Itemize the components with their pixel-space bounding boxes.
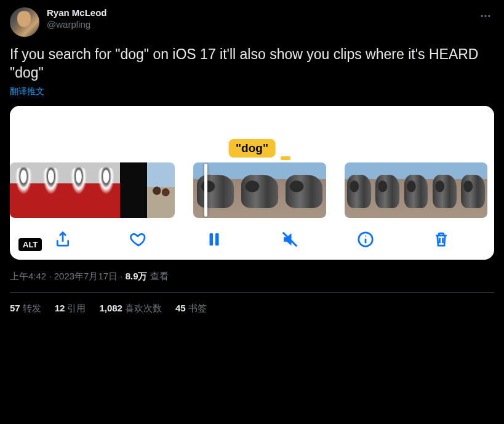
- media-toolbar: [10, 218, 494, 254]
- clip-frame: [38, 162, 65, 218]
- clip-frame: [345, 162, 373, 218]
- views-label: 查看: [150, 271, 169, 281]
- clip-frame: [373, 162, 401, 218]
- post-date[interactable]: 2023年7月17日: [54, 271, 118, 281]
- bookmarks-stat[interactable]: 45书签: [175, 303, 207, 314]
- share-icon[interactable]: [52, 229, 73, 250]
- timeline-marker: [281, 156, 290, 160]
- svg-point-8: [365, 235, 366, 236]
- clip-frame: [459, 162, 487, 218]
- display-name[interactable]: Ryan McLeod: [47, 7, 107, 19]
- clip-frame: [10, 162, 38, 218]
- clip-frame: [430, 162, 458, 218]
- info-icon[interactable]: [355, 229, 376, 250]
- more-button[interactable]: [477, 7, 494, 27]
- svg-point-2: [488, 15, 490, 17]
- clip-frame: [147, 162, 175, 218]
- clip-frame: [238, 162, 282, 218]
- post-time[interactable]: 上午4:42: [10, 271, 46, 281]
- likes-stat[interactable]: 1,082喜欢次数: [99, 303, 162, 314]
- playhead[interactable]: [204, 164, 207, 217]
- pause-icon[interactable]: [204, 229, 225, 250]
- tweet-container: Ryan McLeod @warpling If you search for …: [0, 0, 504, 314]
- views-count[interactable]: 8.9万: [126, 271, 148, 281]
- media-card[interactable]: "dog": [10, 106, 494, 260]
- retweets-stat[interactable]: 57转发: [10, 303, 41, 314]
- clip-frame: [193, 162, 238, 218]
- heart-icon[interactable]: [128, 229, 149, 250]
- svg-rect-4: [215, 233, 219, 246]
- author-block: Ryan McLeod @warpling: [47, 7, 107, 31]
- clip-group-1[interactable]: [10, 162, 175, 218]
- handle[interactable]: @warpling: [47, 19, 107, 31]
- svg-point-1: [484, 15, 486, 17]
- mute-icon[interactable]: [279, 229, 300, 250]
- clip-group-3[interactable]: [345, 162, 487, 218]
- svg-rect-3: [209, 233, 213, 246]
- quotes-stat[interactable]: 12引用: [55, 303, 86, 314]
- clip-group-2[interactable]: [193, 162, 326, 218]
- video-timeline[interactable]: [10, 162, 494, 218]
- clip-frame: [282, 162, 326, 218]
- tweet-text: If you search for "dog" on iOS 17 it'll …: [10, 46, 494, 82]
- media-whitespace: "dog": [10, 106, 494, 162]
- tweet-header: Ryan McLeod @warpling: [10, 7, 494, 37]
- search-term-tag: "dog": [228, 139, 276, 158]
- clip-frame: [402, 162, 430, 218]
- meta-row: 上午4:42 · 2023年7月17日 · 8.9万 查看: [10, 271, 494, 282]
- translate-link[interactable]: 翻译推文: [10, 86, 44, 97]
- svg-point-0: [481, 15, 483, 17]
- alt-badge[interactable]: ALT: [18, 238, 42, 251]
- avatar[interactable]: [10, 7, 39, 37]
- stats-row: 57转发 12引用 1,082喜欢次数 45书签: [10, 293, 494, 314]
- clip-frame: [92, 162, 120, 218]
- trash-icon[interactable]: [431, 229, 452, 250]
- clip-frame: [120, 162, 148, 218]
- clip-frame: [65, 162, 92, 218]
